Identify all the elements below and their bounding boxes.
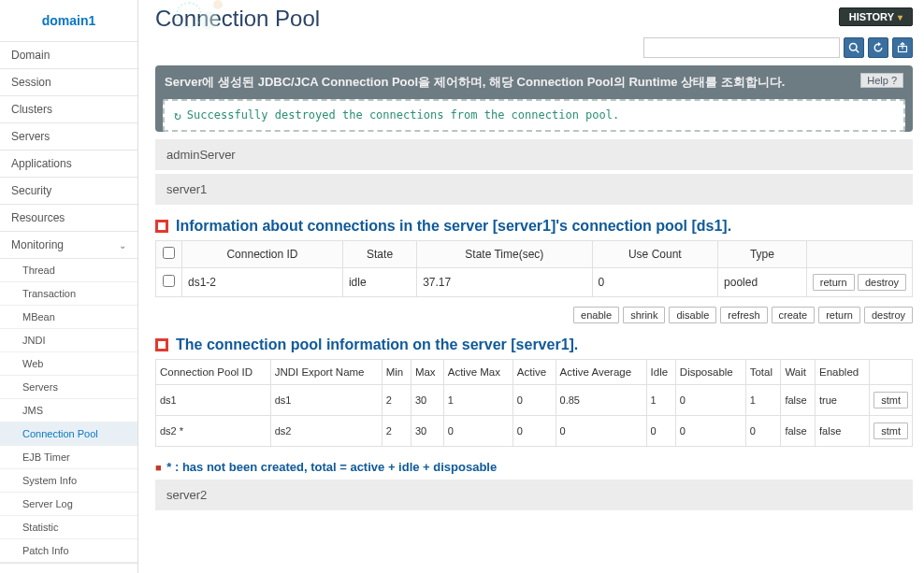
nav-applications[interactable]: Applications	[0, 150, 137, 178]
subnav-system-info[interactable]: System Info	[0, 469, 137, 493]
table-row: ds1 ds1 2 30 1 0 0.85 1 0 1 false true s…	[156, 384, 913, 415]
cell-idle: 0	[646, 415, 675, 446]
subnav-jms[interactable]: JMS	[0, 399, 137, 423]
col-max: Max	[411, 359, 443, 384]
col-jndi: JNDI Export Name	[270, 359, 382, 384]
search-input[interactable]	[643, 37, 840, 58]
chevron-down-icon: ▾	[898, 12, 902, 22]
return-button[interactable]: return	[813, 274, 855, 291]
cell-enabled: false	[816, 415, 870, 446]
server-admin-bar[interactable]: adminServer	[155, 139, 913, 170]
section2-header: The connection pool information on the s…	[155, 337, 913, 353]
col-use-count: Use Count	[592, 240, 718, 267]
subnav-mbean[interactable]: MBean	[0, 306, 137, 329]
cell-amax: 1	[443, 384, 513, 415]
nav-security[interactable]: Security	[0, 178, 137, 205]
sidebar: domain1 Domain Session Clusters Servers …	[0, 0, 138, 573]
refresh-icon[interactable]	[868, 37, 888, 58]
pool-info-table: Connection Pool ID JNDI Export Name Min …	[155, 359, 913, 447]
cell-active: 0	[513, 384, 556, 415]
subnav-ejb-timer[interactable]: EJB Timer	[0, 446, 137, 469]
cell-use-count: 0	[592, 267, 718, 296]
cell-max: 30	[411, 415, 443, 446]
stmt-button[interactable]: stmt	[873, 392, 908, 408]
col-state-time: State Time(sec)	[417, 240, 592, 267]
col-min: Min	[382, 359, 411, 384]
cell-total: 0	[745, 415, 781, 446]
refresh-button[interactable]: refresh	[720, 307, 767, 323]
enable-button[interactable]: enable	[573, 307, 619, 323]
col-total: Total	[745, 359, 781, 384]
svg-line-1	[856, 50, 859, 52]
col-enabled: Enabled	[816, 359, 870, 384]
nav-console[interactable]: Console	[0, 563, 137, 573]
col-active-avg: Active Average	[556, 359, 646, 384]
cell-state-time: 37.17	[417, 267, 592, 296]
svg-point-0	[850, 44, 858, 51]
return-all-button[interactable]: return	[818, 307, 860, 323]
search-icon[interactable]	[844, 37, 864, 58]
server2-bar[interactable]: server2	[155, 480, 913, 510]
legend-note: ■ * : has not been created, total = acti…	[155, 460, 913, 474]
cell-max: 30	[411, 384, 443, 415]
subnav-servers[interactable]: Servers	[0, 376, 137, 399]
export-icon[interactable]	[892, 37, 913, 58]
cell-state: idle	[342, 267, 416, 296]
col-active: Active	[513, 359, 556, 384]
row-checkbox[interactable]	[163, 275, 175, 287]
shrink-button[interactable]: shrink	[623, 307, 665, 323]
cell-wait: false	[781, 384, 816, 415]
success-text: Successfully destroyed the connections f…	[187, 108, 619, 122]
success-message: ↻ Successfully destroyed the connections…	[163, 99, 905, 132]
nav-session[interactable]: Session	[0, 69, 137, 96]
nav-servers[interactable]: Servers	[0, 123, 137, 150]
subnav-statistic[interactable]: Statistic	[0, 516, 137, 539]
select-all-checkbox[interactable]	[163, 247, 175, 259]
nav-monitoring-label: Monitoring	[11, 238, 64, 251]
legend-text: * : has not been created, total = active…	[166, 460, 497, 474]
cell-enabled: true	[816, 384, 870, 415]
col-type: Type	[718, 240, 807, 267]
destroy-button[interactable]: destroy	[858, 274, 906, 291]
connections-table: Connection ID State State Time(sec) Use …	[155, 240, 913, 297]
cell-idle: 1	[646, 384, 675, 415]
subnav-server-log[interactable]: Server Log	[0, 493, 137, 516]
nav-domain[interactable]: Domain	[0, 42, 137, 69]
history-button[interactable]: HISTORY ▾	[839, 7, 913, 26]
nav-monitoring[interactable]: Monitoring ⌄	[0, 232, 137, 259]
col-active-max: Active Max	[443, 359, 513, 384]
subnav-connection-pool[interactable]: Connection Pool	[0, 423, 137, 446]
create-button[interactable]: create	[772, 307, 816, 323]
cell-total: 1	[745, 384, 781, 415]
section2-title: The connection pool information on the s…	[176, 337, 578, 353]
main-nav: Domain Session Clusters Servers Applicat…	[0, 42, 137, 259]
cell-pool-id: ds2 *	[156, 415, 271, 446]
legend-star-icon: ■	[155, 462, 162, 473]
cell-min: 2	[382, 384, 411, 415]
help-button[interactable]: Help ?	[860, 73, 903, 88]
col-state: State	[342, 240, 416, 267]
nav-resources[interactable]: Resources	[0, 205, 137, 232]
col-pool-id: Connection Pool ID	[156, 359, 271, 384]
subnav-transaction[interactable]: Transaction	[0, 282, 137, 306]
destroy-all-button[interactable]: destroy	[864, 307, 913, 323]
success-icon: ↻	[174, 108, 181, 122]
disable-button[interactable]: disable	[669, 307, 716, 323]
subnav-web[interactable]: Web	[0, 352, 137, 376]
cell-jndi: ds2	[270, 415, 382, 446]
cell-active: 0	[513, 415, 556, 446]
subnav-jndi[interactable]: JNDI	[0, 329, 137, 352]
domain-brand: domain1	[0, 0, 137, 42]
nav-clusters[interactable]: Clusters	[0, 96, 137, 123]
col-disposable: Disposable	[675, 359, 745, 384]
col-wait: Wait	[781, 359, 816, 384]
server1-bar[interactable]: server1	[155, 174, 913, 205]
pool-actions: enable shrink disable refresh create ret…	[155, 307, 913, 323]
subnav-thread[interactable]: Thread	[0, 259, 137, 282]
cell-amax: 0	[443, 415, 513, 446]
cell-avg: 0	[556, 415, 646, 446]
subnav-patch-info[interactable]: Patch Info	[0, 539, 137, 563]
section-bullet-icon	[155, 220, 168, 233]
section1-header: Information about connections in the ser…	[155, 218, 913, 235]
stmt-button[interactable]: stmt	[873, 423, 908, 439]
